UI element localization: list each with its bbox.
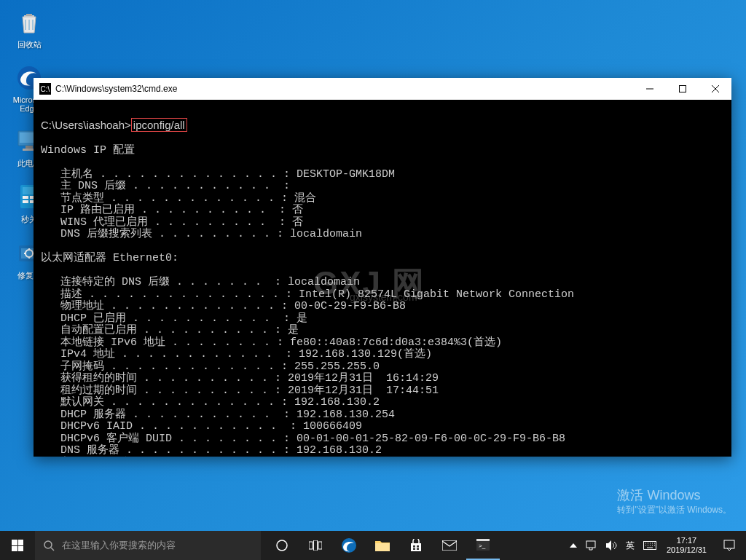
search-icon: [44, 540, 55, 551]
taskbar-store-icon[interactable]: [399, 531, 433, 560]
task-view-icon[interactable]: [299, 531, 332, 560]
cmd-output[interactable]: C:\Users\iashoah>ipconfig/all Windows IP…: [34, 100, 731, 457]
svg-rect-28: [476, 539, 490, 541]
svg-rect-3: [25, 146, 33, 149]
maximize-button[interactable]: [666, 78, 699, 100]
svg-rect-32: [724, 540, 734, 548]
taskbar-cmd-icon[interactable]: >_: [466, 531, 500, 560]
system-tray: 英 17:17 2019/12/31: [565, 531, 746, 560]
taskbar-mail-icon[interactable]: [433, 531, 466, 560]
search-placeholder: 在这里输入你要搜索的内容: [62, 539, 176, 552]
action-center-icon[interactable]: [712, 531, 746, 560]
search-box[interactable]: 在这里输入你要搜索的内容: [35, 531, 261, 560]
tray-clock[interactable]: 17:17 2019/12/31: [661, 536, 712, 555]
svg-rect-9: [23, 200, 28, 203]
recycle-bin-icon[interactable]: 回收站: [7, 7, 51, 50]
cmd-app-icon: C:\: [39, 83, 51, 95]
svg-rect-21: [375, 543, 390, 551]
close-button[interactable]: [699, 78, 731, 100]
start-button[interactable]: [0, 531, 35, 560]
svg-text:>_: >_: [479, 543, 486, 549]
svg-rect-19: [318, 542, 322, 549]
svg-rect-22: [413, 545, 415, 548]
cmd-titlebar[interactable]: C:\ C:\Windows\system32\cmd.exe: [34, 78, 731, 100]
tray-overflow-icon[interactable]: [565, 531, 581, 560]
tray-network-icon[interactable]: [581, 531, 602, 560]
svg-rect-30: [586, 541, 595, 548]
svg-rect-14: [679, 86, 686, 92]
tray-volume-icon[interactable]: [602, 531, 621, 560]
minimize-button[interactable]: [633, 78, 666, 100]
svg-rect-24: [413, 548, 415, 551]
taskbar-edge-icon[interactable]: [332, 531, 366, 560]
taskbar-explorer-icon[interactable]: [366, 531, 399, 560]
svg-rect-18: [314, 540, 318, 551]
svg-point-15: [44, 541, 52, 548]
svg-rect-7: [23, 196, 28, 199]
tray-ime[interactable]: 英: [621, 531, 639, 560]
cmd-title: C:\Windows\system32\cmd.exe: [55, 84, 633, 94]
windows-logo-icon: [12, 540, 23, 551]
svg-point-16: [277, 540, 287, 551]
cmd-window: C:\ C:\Windows\system32\cmd.exe C:\Users…: [34, 78, 731, 457]
svg-rect-23: [417, 545, 419, 548]
svg-rect-25: [417, 548, 419, 551]
cortana-icon[interactable]: [265, 531, 299, 560]
svg-rect-26: [442, 540, 457, 551]
tray-keyboard-icon[interactable]: [639, 531, 661, 560]
taskbar: 在这里输入你要搜索的内容 >_ 英 17:17 2019/12/31: [0, 531, 746, 560]
activate-windows-overlay: 激活 Windows 转到"设置"以激活 Windows。: [617, 486, 731, 516]
svg-rect-17: [309, 542, 313, 549]
